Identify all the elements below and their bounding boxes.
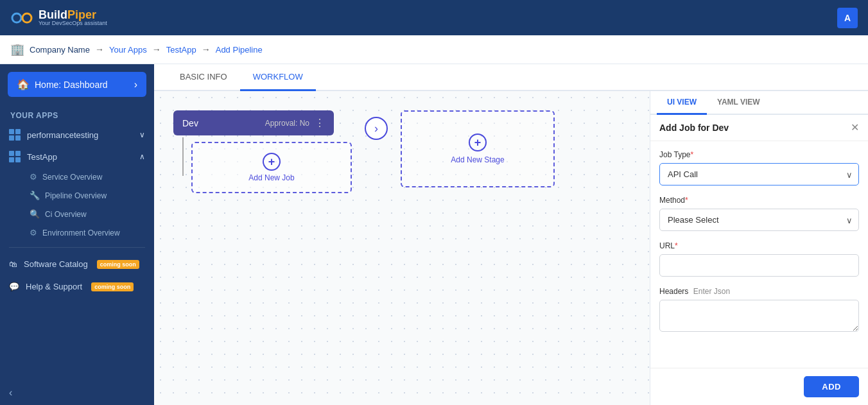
right-panel: UI VIEW YAML VIEW Add Job for Dev ✕ Job …: [650, 91, 868, 405]
breadcrumb-arrow-1: →: [95, 44, 104, 55]
canvas-inner: Dev Approval: No ⋮ + Add New Job: [173, 110, 555, 193]
logo-title: BuildPiper: [39, 9, 107, 21]
sidebar-item-help-support[interactable]: 💬 Help & Support coming soon: [0, 275, 154, 298]
service-overview-label: Service Overview: [42, 173, 102, 182]
app-name-testapp: TestApp: [27, 152, 133, 162]
headers-hint: Enter Json: [693, 287, 730, 296]
logo-text: BuildPiper Your DevSecOps assistant: [39, 9, 107, 26]
wrench-icon: 🔧: [30, 191, 40, 200]
add-stage-plus-icon: +: [469, 134, 487, 151]
job-type-required: *: [690, 150, 693, 159]
sidebar-divider: [9, 247, 145, 248]
method-select[interactable]: Please Select GET POST PUT DELETE PATCH: [659, 209, 859, 231]
logo-area: BuildPiper Your DevSecOps assistant: [10, 6, 107, 30]
breadcrumb-arrow-2: →: [152, 44, 161, 55]
connector-button[interactable]: ›: [365, 117, 388, 140]
right-panel-footer: ADD: [650, 368, 868, 405]
add-new-stage-box[interactable]: + Add New Stage: [401, 110, 555, 187]
chevron-down-icon: ∨: [139, 130, 145, 139]
sidebar-subitem-ci-overview[interactable]: 🔍 Ci Overview: [0, 205, 154, 223]
svg-point-0: [12, 13, 21, 22]
breadcrumb-bar: 🏢 Company Name → Your Apps → TestApp → A…: [0, 35, 868, 64]
chevron-up-icon: ∧: [139, 152, 145, 161]
sidebar-collapse-toggle[interactable]: ‹: [0, 381, 154, 405]
headers-textarea[interactable]: [659, 300, 859, 332]
sidebar-subitem-pipeline-overview[interactable]: 🔧 Pipeline Overview: [0, 186, 154, 205]
home-icon: 🏠: [17, 78, 30, 90]
vertical-connector-line: [182, 137, 184, 176]
sidebar-subitem-service-overview[interactable]: ⚙ Service Overview: [0, 168, 154, 186]
stage-approval: Approval: No: [265, 119, 309, 128]
home-arrow-icon: ›: [134, 79, 137, 90]
workflow-canvas: Dev Approval: No ⋮ + Add New Job: [154, 91, 650, 405]
sidebar-item-software-catalog[interactable]: 🛍 Software Catalog coming soon: [0, 253, 154, 275]
help-coming-soon-badge: coming soon: [91, 282, 134, 291]
job-type-select-wrapper: API Call Shell Script Helm Deploy Docker…: [659, 163, 859, 185]
method-required: *: [685, 196, 688, 205]
svg-point-1: [22, 13, 31, 22]
stage-name: Dev: [182, 118, 260, 128]
stage-options-icon[interactable]: ⋮: [315, 117, 325, 129]
breadcrumb-your-apps[interactable]: Your Apps: [109, 45, 147, 55]
gear-icon-1: ⚙: [30, 172, 37, 182]
catalog-icon: 🛍: [9, 259, 17, 269]
url-label: URL*: [659, 241, 859, 250]
method-group: Method* Please Select GET POST PUT DELET…: [659, 196, 859, 231]
breadcrumb-add-pipeline[interactable]: Add Pipeline: [216, 45, 263, 55]
app-name-performancetesting: performancetesting: [27, 130, 133, 140]
headers-label: Headers Enter Json: [659, 287, 859, 296]
help-support-label: Help & Support: [26, 282, 82, 291]
connector-area: ›: [365, 110, 388, 140]
add-job-label: Add New Job: [248, 173, 294, 182]
add-button[interactable]: ADD: [804, 376, 859, 397]
url-group: URL*: [659, 241, 859, 277]
logo-subtitle: Your DevSecOps assistant: [39, 21, 107, 26]
right-panel-form: Job Type* API Call Shell Script Helm Dep…: [650, 141, 868, 368]
job-type-select[interactable]: API Call Shell Script Helm Deploy Docker…: [659, 163, 859, 185]
sidebar-subitem-environment-overview[interactable]: ⚙ Environment Overview: [0, 223, 154, 242]
add-stage-label: Add New Stage: [451, 155, 504, 164]
content-area: BASIC INFO WORKFLOW Dev Approval: No: [154, 64, 868, 405]
stage-header-dev: Dev Approval: No ⋮: [173, 110, 334, 135]
your-apps-label: Your Apps: [0, 105, 154, 124]
app-grid-icon: [9, 129, 21, 141]
url-input[interactable]: [659, 254, 859, 277]
pipeline-overview-label: Pipeline Overview: [45, 191, 107, 200]
company-icon: 🏢: [10, 42, 24, 56]
help-icon: 💬: [9, 282, 19, 291]
add-new-job-box[interactable]: + Add New Job: [191, 142, 352, 193]
stage-connector: Dev Approval: No ⋮: [173, 110, 352, 135]
sidebar: 🏠 Home: Dashboard › Your Apps performanc…: [0, 64, 154, 405]
top-nav: BuildPiper Your DevSecOps assistant A: [0, 0, 868, 35]
breadcrumb-company[interactable]: Company Name: [30, 45, 90, 55]
close-button[interactable]: ✕: [851, 123, 859, 133]
job-type-group: Job Type* API Call Shell Script Helm Dep…: [659, 150, 859, 185]
right-panel-header: Add Job for Dev ✕: [650, 115, 868, 141]
right-panel-title: Add Job for Dev: [659, 123, 729, 133]
user-avatar[interactable]: A: [837, 8, 858, 28]
software-catalog-coming-soon-badge: coming soon: [97, 260, 139, 269]
home-dashboard-button[interactable]: 🏠 Home: Dashboard ›: [8, 72, 146, 97]
software-catalog-label: Software Catalog: [24, 259, 88, 269]
tab-workflow[interactable]: WORKFLOW: [240, 64, 316, 91]
tab-basic-info[interactable]: BASIC INFO: [167, 64, 240, 91]
url-required: *: [675, 241, 678, 250]
headers-group: Headers Enter Json: [659, 287, 859, 334]
method-label: Method*: [659, 196, 859, 205]
tab-ui-view[interactable]: UI VIEW: [657, 91, 707, 115]
tabs-bar: BASIC INFO WORKFLOW: [154, 64, 868, 91]
job-type-label: Job Type*: [659, 150, 859, 159]
ci-overview-label: Ci Overview: [45, 210, 87, 219]
add-job-plus-icon: +: [263, 153, 281, 171]
breadcrumb-testapp[interactable]: TestApp: [166, 45, 196, 55]
search-icon: 🔍: [30, 209, 40, 219]
home-button-label: Home: Dashboard: [35, 80, 108, 90]
sidebar-item-testapp[interactable]: TestApp ∧: [0, 146, 154, 168]
sidebar-item-performancetesting[interactable]: performancetesting ∨: [0, 124, 154, 146]
tab-yaml-view[interactable]: YAML VIEW: [707, 91, 770, 115]
environment-overview-label: Environment Overview: [42, 228, 120, 237]
gear-icon-2: ⚙: [30, 228, 37, 237]
right-panel-tabs: UI VIEW YAML VIEW: [650, 91, 868, 115]
main-layout: 🏠 Home: Dashboard › Your Apps performanc…: [0, 64, 868, 405]
stage-block-dev: Dev Approval: No ⋮ + Add New Job: [173, 110, 352, 193]
